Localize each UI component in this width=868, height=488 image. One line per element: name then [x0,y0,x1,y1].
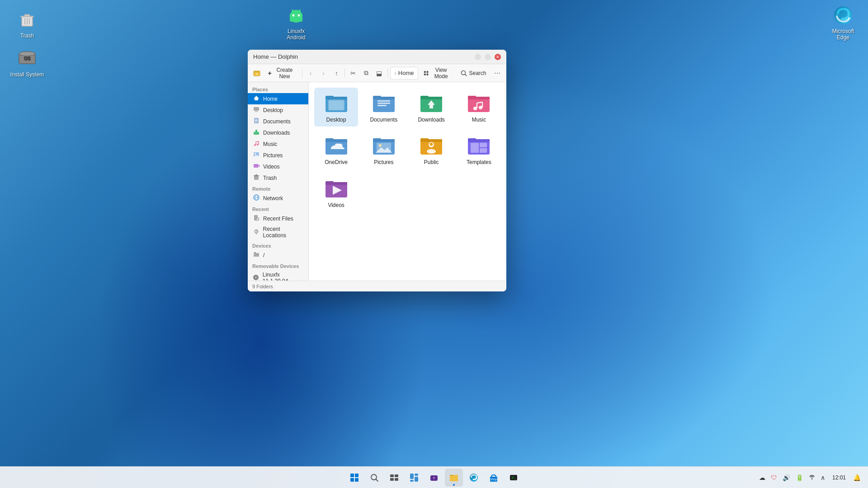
sidebar-item-recent-files[interactable]: Recent Files [248,213,308,224]
folder-documents[interactable]: Documents [362,88,406,127]
taskbar-files[interactable] [445,469,463,487]
folder-downloads[interactable]: Downloads [410,88,453,127]
taskbar-battery-icon[interactable]: 🔋 [794,472,805,483]
onedrive-folder-icon [325,134,348,157]
minimize-button[interactable]: — [475,54,481,60]
sidebar-item-network[interactable]: Network [248,192,308,204]
folder-onedrive[interactable]: OneDrive [314,130,358,169]
view-mode-button[interactable]: View Mode [420,66,456,80]
taskbar-widgets[interactable] [405,469,423,487]
taskbar-cloud-icon[interactable]: ☁ [757,472,767,483]
new-folder-button[interactable]: + [251,66,262,80]
desktop-icon-install-system[interactable]: OS Install System [9,48,45,78]
sidebar-item-trash[interactable]: Trash [248,172,308,183]
desktop-icon-edge[interactable]: Microsoft Edge [823,5,863,41]
desktop-icon-linuxfx-android[interactable]: Linuxfx Android [278,5,314,41]
downloads-folder-icon [420,91,443,115]
svg-rect-122 [395,474,398,477]
edge-icon [832,5,854,26]
sidebar-item-music[interactable]: Music [248,138,308,150]
music-sidebar-icon [252,140,260,148]
svg-point-18 [299,9,301,11]
onedrive-folder-label: OneDrive [325,159,348,165]
public-folder-label: Public [424,159,439,165]
taskbar-chevron-icon[interactable]: ∧ [819,472,827,483]
taskbar-taskview[interactable] [385,469,403,487]
create-new-button[interactable]: + Create New [264,66,299,80]
maximize-button[interactable]: □ [485,54,491,60]
svg-rect-76 [377,103,390,104]
trash-icon-label: Trash [20,33,34,39]
forward-button[interactable]: › [318,66,329,80]
taskbar-teams[interactable]: T [425,469,443,487]
breadcrumb-home: Home [398,70,414,76]
sidebar-item-linuxfx[interactable]: Linuxfx 11.1.20.04 [248,270,308,281]
pictures-folder-icon [372,134,396,157]
network-icon [252,194,260,202]
breadcrumb[interactable]: › Home [390,67,418,80]
copy-button[interactable]: ⧉ [361,66,372,80]
documents-folder-label: Documents [370,117,398,123]
folder-grid: Desktop Documents [314,88,501,212]
folder-videos[interactable]: Videos [314,173,358,212]
root-icon [252,251,260,259]
back-button[interactable]: ‹ [305,66,316,80]
sidebar-item-downloads[interactable]: Downloads [248,127,308,138]
svg-rect-108 [471,143,479,153]
svg-rect-23 [426,71,428,73]
taskbar-terminal[interactable]: >_ [505,469,523,487]
folder-public[interactable]: Public [410,130,453,169]
svg-rect-45 [254,175,259,176]
sidebar-item-root[interactable]: / [248,249,308,261]
desktop-icon-trash[interactable]: Trash [9,9,45,39]
recent-files-icon [252,215,260,222]
folder-music[interactable]: Music [457,88,501,127]
videos-sidebar-icon [252,163,260,170]
trash-sidebar-label: Trash [263,175,277,181]
taskbar-network-icon[interactable] [807,472,817,483]
folder-desktop[interactable]: Desktop [314,88,358,127]
close-button[interactable]: ✕ [495,54,501,60]
folder-pictures[interactable]: Pictures [362,130,406,169]
sidebar-item-home[interactable]: Home [248,93,308,104]
taskbar-time[interactable]: 12:01 [830,474,849,482]
svg-rect-46 [255,174,257,175]
recent-locations-label: Recent Locations [263,226,304,239]
sidebar-item-pictures[interactable]: Pictures [248,150,308,161]
svg-rect-25 [426,73,428,75]
sidebar-item-recent-locations[interactable]: Recent Locations [248,224,308,240]
up-button[interactable]: ↑ [331,66,342,80]
svg-rect-109 [480,143,487,147]
sidebar-item-videos[interactable]: Videos [248,161,308,172]
taskbar-store[interactable]: shop [485,469,503,487]
taskbar-volume-icon[interactable]: 🔊 [781,472,792,483]
svg-point-40 [255,153,256,155]
taskbar-edge[interactable] [465,469,483,487]
sidebar-item-documents[interactable]: Documents [248,116,308,127]
trash-sidebar-icon [252,174,260,182]
music-folder-label: Music [472,117,486,123]
sidebar-item-desktop[interactable]: Desktop [248,104,308,116]
recent-locations-icon [252,229,260,236]
taskbar-security-icon[interactable]: 🛡 [769,472,779,483]
folder-templates[interactable]: Templates [457,130,501,169]
svg-rect-127 [415,477,418,482]
music-folder-icon [467,91,491,115]
taskbar-right: ☁ 🛡 🔊 🔋 ∧ 12:01 🔔 [757,472,863,483]
taskbar-search[interactable] [365,469,383,487]
videos-folder-label: Videos [328,202,344,208]
files-active-dot [453,484,455,486]
paste-button[interactable]: ⬓ [373,66,384,80]
svg-rect-101 [420,139,442,142]
svg-rect-75 [377,100,390,102]
svg-rect-117 [350,478,354,482]
taskbar-notification-icon[interactable]: 🔔 [851,472,863,483]
sidebar: Places Home Desktop Documents [248,82,309,281]
search-button[interactable]: Search [457,66,490,80]
window-title: Home — Dolphin [253,53,298,60]
install-system-icon: OS [16,48,38,70]
more-button[interactable]: ⋯ [492,66,503,80]
svg-point-104 [427,149,436,154]
taskbar-start[interactable] [345,469,363,487]
cut-button[interactable]: ✂ [348,66,359,80]
